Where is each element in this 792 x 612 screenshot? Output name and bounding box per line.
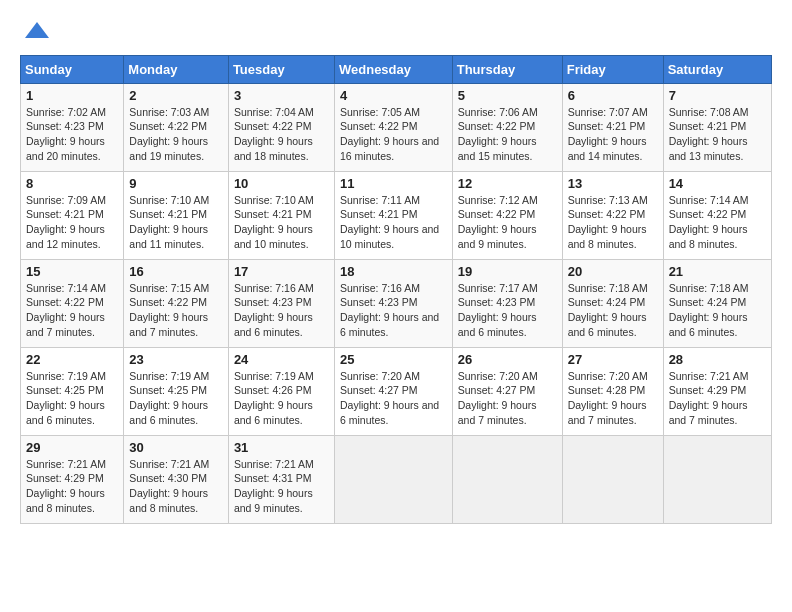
day-cell: 30Sunrise: 7:21 AMSunset: 4:30 PMDayligh… bbox=[124, 435, 229, 523]
day-info: Sunrise: 7:21 AMSunset: 4:29 PMDaylight:… bbox=[669, 369, 766, 428]
day-cell: 15Sunrise: 7:14 AMSunset: 4:22 PMDayligh… bbox=[21, 259, 124, 347]
week-row-1: 1Sunrise: 7:02 AMSunset: 4:23 PMDaylight… bbox=[21, 83, 772, 171]
day-info: Sunrise: 7:16 AMSunset: 4:23 PMDaylight:… bbox=[234, 281, 329, 340]
day-number: 16 bbox=[129, 264, 223, 279]
day-number: 8 bbox=[26, 176, 118, 191]
day-cell: 29Sunrise: 7:21 AMSunset: 4:29 PMDayligh… bbox=[21, 435, 124, 523]
day-info: Sunrise: 7:20 AMSunset: 4:28 PMDaylight:… bbox=[568, 369, 658, 428]
svg-marker-0 bbox=[25, 22, 49, 38]
week-row-2: 8Sunrise: 7:09 AMSunset: 4:21 PMDaylight… bbox=[21, 171, 772, 259]
day-info: Sunrise: 7:21 AMSunset: 4:29 PMDaylight:… bbox=[26, 457, 118, 516]
day-number: 30 bbox=[129, 440, 223, 455]
day-cell: 1Sunrise: 7:02 AMSunset: 4:23 PMDaylight… bbox=[21, 83, 124, 171]
logo-icon bbox=[23, 18, 51, 46]
day-info: Sunrise: 7:06 AMSunset: 4:22 PMDaylight:… bbox=[458, 105, 557, 164]
day-cell: 11Sunrise: 7:11 AMSunset: 4:21 PMDayligh… bbox=[334, 171, 452, 259]
day-number: 6 bbox=[568, 88, 658, 103]
day-cell: 31Sunrise: 7:21 AMSunset: 4:31 PMDayligh… bbox=[228, 435, 334, 523]
day-cell: 10Sunrise: 7:10 AMSunset: 4:21 PMDayligh… bbox=[228, 171, 334, 259]
day-cell: 5Sunrise: 7:06 AMSunset: 4:22 PMDaylight… bbox=[452, 83, 562, 171]
day-number: 25 bbox=[340, 352, 447, 367]
day-number: 4 bbox=[340, 88, 447, 103]
day-info: Sunrise: 7:07 AMSunset: 4:21 PMDaylight:… bbox=[568, 105, 658, 164]
day-cell: 17Sunrise: 7:16 AMSunset: 4:23 PMDayligh… bbox=[228, 259, 334, 347]
day-number: 18 bbox=[340, 264, 447, 279]
col-header-tuesday: Tuesday bbox=[228, 55, 334, 83]
day-info: Sunrise: 7:09 AMSunset: 4:21 PMDaylight:… bbox=[26, 193, 118, 252]
col-header-thursday: Thursday bbox=[452, 55, 562, 83]
day-number: 21 bbox=[669, 264, 766, 279]
day-cell: 28Sunrise: 7:21 AMSunset: 4:29 PMDayligh… bbox=[663, 347, 771, 435]
day-cell: 4Sunrise: 7:05 AMSunset: 4:22 PMDaylight… bbox=[334, 83, 452, 171]
day-info: Sunrise: 7:18 AMSunset: 4:24 PMDaylight:… bbox=[669, 281, 766, 340]
logo bbox=[20, 18, 51, 51]
day-info: Sunrise: 7:17 AMSunset: 4:23 PMDaylight:… bbox=[458, 281, 557, 340]
day-info: Sunrise: 7:20 AMSunset: 4:27 PMDaylight:… bbox=[340, 369, 447, 428]
day-cell: 24Sunrise: 7:19 AMSunset: 4:26 PMDayligh… bbox=[228, 347, 334, 435]
day-number: 3 bbox=[234, 88, 329, 103]
day-cell: 8Sunrise: 7:09 AMSunset: 4:21 PMDaylight… bbox=[21, 171, 124, 259]
col-header-sunday: Sunday bbox=[21, 55, 124, 83]
day-number: 19 bbox=[458, 264, 557, 279]
day-number: 13 bbox=[568, 176, 658, 191]
day-info: Sunrise: 7:18 AMSunset: 4:24 PMDaylight:… bbox=[568, 281, 658, 340]
day-info: Sunrise: 7:21 AMSunset: 4:31 PMDaylight:… bbox=[234, 457, 329, 516]
day-cell: 25Sunrise: 7:20 AMSunset: 4:27 PMDayligh… bbox=[334, 347, 452, 435]
header-row: SundayMondayTuesdayWednesdayThursdayFrid… bbox=[21, 55, 772, 83]
logo-text bbox=[20, 18, 51, 51]
day-cell: 27Sunrise: 7:20 AMSunset: 4:28 PMDayligh… bbox=[562, 347, 663, 435]
day-cell bbox=[334, 435, 452, 523]
day-cell: 7Sunrise: 7:08 AMSunset: 4:21 PMDaylight… bbox=[663, 83, 771, 171]
day-cell bbox=[663, 435, 771, 523]
week-row-4: 22Sunrise: 7:19 AMSunset: 4:25 PMDayligh… bbox=[21, 347, 772, 435]
day-info: Sunrise: 7:16 AMSunset: 4:23 PMDaylight:… bbox=[340, 281, 447, 340]
day-number: 1 bbox=[26, 88, 118, 103]
day-number: 10 bbox=[234, 176, 329, 191]
day-info: Sunrise: 7:13 AMSunset: 4:22 PMDaylight:… bbox=[568, 193, 658, 252]
week-row-5: 29Sunrise: 7:21 AMSunset: 4:29 PMDayligh… bbox=[21, 435, 772, 523]
day-info: Sunrise: 7:19 AMSunset: 4:25 PMDaylight:… bbox=[26, 369, 118, 428]
day-cell: 13Sunrise: 7:13 AMSunset: 4:22 PMDayligh… bbox=[562, 171, 663, 259]
day-number: 9 bbox=[129, 176, 223, 191]
day-info: Sunrise: 7:19 AMSunset: 4:26 PMDaylight:… bbox=[234, 369, 329, 428]
day-info: Sunrise: 7:19 AMSunset: 4:25 PMDaylight:… bbox=[129, 369, 223, 428]
day-info: Sunrise: 7:04 AMSunset: 4:22 PMDaylight:… bbox=[234, 105, 329, 164]
day-number: 17 bbox=[234, 264, 329, 279]
day-info: Sunrise: 7:10 AMSunset: 4:21 PMDaylight:… bbox=[234, 193, 329, 252]
day-number: 28 bbox=[669, 352, 766, 367]
day-info: Sunrise: 7:10 AMSunset: 4:21 PMDaylight:… bbox=[129, 193, 223, 252]
day-cell: 3Sunrise: 7:04 AMSunset: 4:22 PMDaylight… bbox=[228, 83, 334, 171]
day-info: Sunrise: 7:20 AMSunset: 4:27 PMDaylight:… bbox=[458, 369, 557, 428]
day-number: 20 bbox=[568, 264, 658, 279]
header bbox=[20, 10, 772, 51]
col-header-saturday: Saturday bbox=[663, 55, 771, 83]
day-info: Sunrise: 7:11 AMSunset: 4:21 PMDaylight:… bbox=[340, 193, 447, 252]
day-number: 23 bbox=[129, 352, 223, 367]
day-cell: 19Sunrise: 7:17 AMSunset: 4:23 PMDayligh… bbox=[452, 259, 562, 347]
day-number: 22 bbox=[26, 352, 118, 367]
day-number: 27 bbox=[568, 352, 658, 367]
day-info: Sunrise: 7:05 AMSunset: 4:22 PMDaylight:… bbox=[340, 105, 447, 164]
day-cell: 9Sunrise: 7:10 AMSunset: 4:21 PMDaylight… bbox=[124, 171, 229, 259]
day-cell: 21Sunrise: 7:18 AMSunset: 4:24 PMDayligh… bbox=[663, 259, 771, 347]
day-number: 15 bbox=[26, 264, 118, 279]
day-number: 11 bbox=[340, 176, 447, 191]
day-info: Sunrise: 7:14 AMSunset: 4:22 PMDaylight:… bbox=[669, 193, 766, 252]
day-cell: 18Sunrise: 7:16 AMSunset: 4:23 PMDayligh… bbox=[334, 259, 452, 347]
day-number: 2 bbox=[129, 88, 223, 103]
day-number: 24 bbox=[234, 352, 329, 367]
day-cell bbox=[562, 435, 663, 523]
col-header-friday: Friday bbox=[562, 55, 663, 83]
day-cell: 12Sunrise: 7:12 AMSunset: 4:22 PMDayligh… bbox=[452, 171, 562, 259]
day-info: Sunrise: 7:12 AMSunset: 4:22 PMDaylight:… bbox=[458, 193, 557, 252]
week-row-3: 15Sunrise: 7:14 AMSunset: 4:22 PMDayligh… bbox=[21, 259, 772, 347]
day-info: Sunrise: 7:21 AMSunset: 4:30 PMDaylight:… bbox=[129, 457, 223, 516]
day-cell bbox=[452, 435, 562, 523]
day-info: Sunrise: 7:08 AMSunset: 4:21 PMDaylight:… bbox=[669, 105, 766, 164]
day-cell: 6Sunrise: 7:07 AMSunset: 4:21 PMDaylight… bbox=[562, 83, 663, 171]
calendar-table: SundayMondayTuesdayWednesdayThursdayFrid… bbox=[20, 55, 772, 524]
day-number: 5 bbox=[458, 88, 557, 103]
day-info: Sunrise: 7:02 AMSunset: 4:23 PMDaylight:… bbox=[26, 105, 118, 164]
day-cell: 14Sunrise: 7:14 AMSunset: 4:22 PMDayligh… bbox=[663, 171, 771, 259]
day-cell: 26Sunrise: 7:20 AMSunset: 4:27 PMDayligh… bbox=[452, 347, 562, 435]
